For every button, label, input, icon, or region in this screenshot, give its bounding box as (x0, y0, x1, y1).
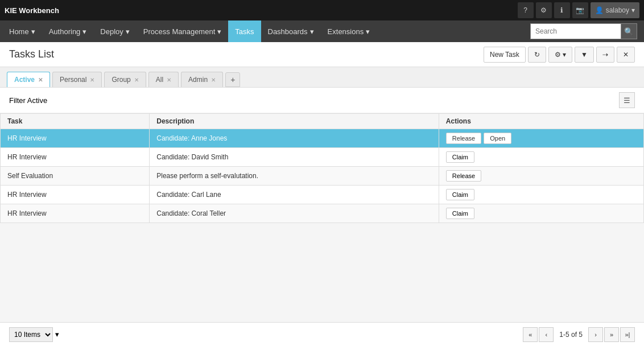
tab-group[interactable]: Group ✕ (104, 72, 146, 87)
table-row: HR InterviewCandidate: Anne JonesRelease… (1, 129, 644, 148)
cell-actions: Release (439, 167, 643, 186)
claim-button[interactable]: Claim (446, 189, 474, 200)
tab-active-close-icon[interactable]: ✕ (38, 77, 43, 83)
nav-tasks-label: Tasks (235, 27, 254, 36)
user-name: salaboy (606, 6, 629, 14)
user-menu-btn[interactable]: 👤 salaboy ▾ (591, 2, 639, 18)
nav-item-authoring[interactable]: Authoring ▾ (42, 20, 94, 42)
nav-process-management-label: Process Management (143, 27, 215, 36)
tab-group-close-icon[interactable]: ✕ (134, 77, 139, 83)
top-bar-icons: ? ⚙ ℹ 📷 👤 salaboy ▾ (518, 2, 639, 18)
nav-deploy-label: Deploy (100, 27, 123, 36)
settings-dropdown-button[interactable]: ⚙ ▾ (548, 47, 572, 63)
tab-bar: Active ✕ Personal ✕ Group ✕ All ✕ Admin … (0, 67, 644, 88)
filter-label: Filter Active (9, 96, 47, 105)
cell-task: Self Evaluation (1, 167, 150, 186)
user-icon: 👤 (595, 6, 604, 14)
nav-process-management-caret-icon: ▾ (217, 27, 221, 36)
nav-authoring-label: Authoring (49, 27, 81, 36)
page-title: Tasks List (9, 48, 54, 60)
tab-admin[interactable]: Admin ✕ (181, 72, 223, 87)
task-table: Task Description Actions HR InterviewCan… (0, 113, 644, 223)
cell-actions: ReleaseOpen (439, 129, 643, 148)
nav-item-tasks[interactable]: Tasks (228, 20, 261, 42)
table-row: HR InterviewCandidate: David SmithClaim (1, 148, 644, 167)
brand-name: KIE Workbench (5, 6, 59, 15)
table-row: HR InterviewCandidate: Carl LaneClaim (1, 186, 644, 204)
tab-all-close-icon[interactable]: ✕ (167, 77, 171, 83)
nav-dashboards-label: Dashboards (268, 27, 308, 36)
search-button[interactable]: 🔍 (621, 23, 637, 39)
cell-actions: Claim (439, 204, 643, 223)
info-icon-btn[interactable]: ℹ (554, 2, 570, 18)
tab-all[interactable]: All ✕ (148, 72, 179, 87)
table-row: Self EvaluationPlease perform a self-eva… (1, 167, 644, 186)
page-actions: New Task ↻ ⚙ ▾ ▼ ⇢ ✕ (484, 47, 635, 63)
help-icon-btn[interactable]: ? (518, 2, 534, 18)
claim-button[interactable]: Claim (446, 151, 474, 163)
col-actions: Actions (439, 114, 643, 129)
add-tab-button[interactable]: + (225, 72, 240, 87)
page-header: Tasks List New Task ↻ ⚙ ▾ ▼ ⇢ ✕ (0, 42, 644, 67)
release-button[interactable]: Release (446, 170, 481, 182)
nav-item-extensions[interactable]: Extensions ▾ (321, 20, 377, 42)
tab-all-label: All (156, 76, 163, 84)
content-area: Active ✕ Personal ✕ Group ✕ All ✕ Admin … (0, 67, 644, 252)
col-description: Description (150, 114, 439, 129)
tab-personal-label: Personal (60, 76, 86, 84)
tab-personal-close-icon[interactable]: ✕ (90, 77, 94, 83)
cell-actions: Claim (439, 186, 643, 204)
open-button[interactable]: Open (484, 133, 511, 144)
nav-home-caret-icon: ▾ (31, 27, 35, 36)
release-button[interactable]: Release (446, 133, 481, 144)
tab-admin-close-icon[interactable]: ✕ (211, 77, 216, 83)
filter-button[interactable]: ▼ (575, 47, 594, 63)
main-nav: Home ▾ Authoring ▾ Deploy ▾ Process Mana… (0, 20, 644, 42)
nav-deploy-caret-icon: ▾ (126, 27, 130, 36)
refresh-button[interactable]: ↻ (528, 47, 546, 63)
close-page-button[interactable]: ✕ (617, 47, 635, 63)
expand-button[interactable]: ⇢ (596, 47, 614, 63)
new-task-button[interactable]: New Task (484, 47, 526, 63)
nav-extensions-label: Extensions (328, 27, 364, 36)
nav-extensions-caret-icon: ▾ (366, 27, 370, 36)
tab-group-label: Group (112, 76, 130, 84)
tab-personal[interactable]: Personal ✕ (52, 72, 102, 87)
nav-item-deploy[interactable]: Deploy ▾ (93, 20, 136, 42)
tab-active-label: Active (14, 76, 35, 84)
nav-search-area: 🔍 (526, 20, 642, 42)
cell-description: Candidate: Coral Teller (150, 204, 439, 223)
cell-description: Please perform a self-evalutation. (150, 167, 439, 186)
filter-section: Filter Active ☰ (0, 88, 644, 113)
top-bar: KIE Workbench ? ⚙ ℹ 📷 👤 salaboy ▾ (0, 0, 644, 20)
nav-home-label: Home (9, 27, 29, 36)
nav-item-process-management[interactable]: Process Management ▾ (137, 20, 228, 42)
user-caret-icon: ▾ (631, 6, 635, 14)
table-row: HR InterviewCandidate: Coral TellerClaim (1, 204, 644, 223)
tab-active[interactable]: Active ✕ (7, 72, 50, 87)
settings-icon-btn[interactable]: ⚙ (536, 2, 552, 18)
cell-description: Candidate: Carl Lane (150, 186, 439, 204)
nav-item-home[interactable]: Home ▾ (2, 20, 42, 42)
nav-item-dashboards[interactable]: Dashboards ▾ (261, 20, 321, 42)
cell-task: HR Interview (1, 148, 150, 167)
tab-admin-label: Admin (188, 76, 208, 84)
nav-dashboards-caret-icon: ▾ (310, 27, 314, 36)
cell-task: HR Interview (1, 204, 150, 223)
claim-button[interactable]: Claim (446, 208, 474, 219)
col-task: Task (1, 114, 150, 129)
cell-task: HR Interview (1, 129, 150, 148)
cell-task: HR Interview (1, 186, 150, 204)
search-input[interactable] (530, 23, 621, 39)
cell-description: Candidate: Anne Jones (150, 129, 439, 148)
filter-list-view-button[interactable]: ☰ (619, 92, 635, 108)
nav-authoring-caret-icon: ▾ (82, 27, 86, 36)
cell-description: Candidate: David Smith (150, 148, 439, 167)
camera-icon-btn[interactable]: 📷 (572, 2, 588, 18)
cell-actions: Claim (439, 148, 643, 167)
